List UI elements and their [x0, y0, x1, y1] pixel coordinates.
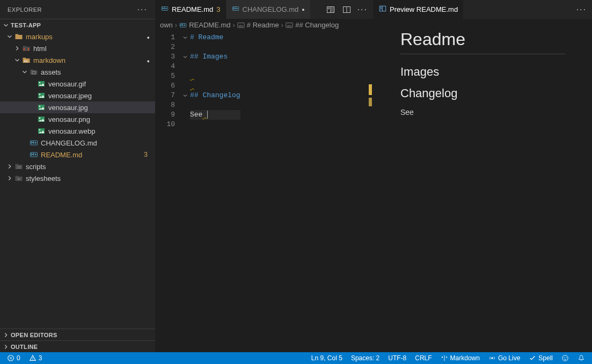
- tree-item[interactable]: JSscripts: [0, 161, 155, 172]
- chevron-down-icon: [20, 68, 29, 76]
- status-errors[interactable]: 0: [4, 354, 23, 362]
- fold-toggle[interactable]: [180, 33, 190, 42]
- svg-rect-20: [331, 7, 334, 12]
- tree-item-label: assets: [41, 68, 150, 76]
- preview-icon: [379, 5, 386, 14]
- fold-toggle[interactable]: [180, 62, 190, 71]
- open-preview-side-icon[interactable]: [325, 4, 336, 15]
- fold-toggle[interactable]: [180, 91, 190, 100]
- explorer-title: EXPLORER: [8, 6, 42, 13]
- svg-text:abc: abc: [287, 24, 292, 27]
- status-golive[interactable]: Go Live: [486, 354, 523, 362]
- fold-toggle[interactable]: [180, 52, 190, 62]
- tree-item-label: venosaur.webp: [48, 127, 150, 135]
- svg-text:#: #: [18, 177, 20, 181]
- file-tree: markupshtmlM↓markdownassetsvenosaur.gifv…: [0, 31, 155, 329]
- chevron-right-icon: [5, 174, 14, 182]
- svg-point-40: [562, 355, 568, 361]
- breadcrumb[interactable]: own › README.md ›abc # Readme ›abc ## Ch…: [156, 19, 373, 31]
- fold-toggle[interactable]: [180, 110, 190, 120]
- svg-point-11: [39, 129, 40, 130]
- svg-point-21: [328, 8, 330, 9]
- code-editor[interactable]: 12345678910 # Readme## Images ## Changel…: [156, 31, 373, 352]
- modified-dot-icon: ●: [302, 7, 304, 12]
- tree-item[interactable]: assets: [0, 66, 155, 78]
- project-name: TEST-APP: [11, 22, 41, 28]
- tree-item[interactable]: venosaur.jpg: [0, 101, 155, 113]
- status-spell[interactable]: Spell: [526, 354, 556, 362]
- status-language[interactable]: Markdown: [438, 354, 483, 362]
- svg-point-3: [39, 82, 40, 83]
- status-encoding[interactable]: UTF-8: [385, 354, 409, 362]
- status-position[interactable]: Ln 9, Col 5: [309, 354, 345, 362]
- chevron-right-icon: [5, 163, 14, 170]
- svg-text:JS: JS: [17, 165, 21, 169]
- svg-point-41: [564, 357, 565, 358]
- explorer-more-icon[interactable]: ···: [137, 5, 148, 14]
- tree-item[interactable]: html: [0, 42, 155, 54]
- tree-item-label: markdown: [33, 56, 147, 64]
- abc-icon: abc: [237, 20, 245, 29]
- tree-item[interactable]: M↓markdown: [0, 54, 155, 66]
- open-editors-section[interactable]: OPEN EDITORS: [0, 329, 155, 340]
- tree-item[interactable]: venosaur.gif: [0, 78, 155, 90]
- markdown-preview[interactable]: Readme Images Changelog See: [374, 19, 592, 352]
- abc-icon: abc: [286, 20, 293, 29]
- tree-item-label: CHANGELOG.md: [41, 139, 150, 147]
- tree-item-label: stylesheets: [26, 174, 150, 183]
- minimap[interactable]: [366, 31, 373, 352]
- preview-more-icon[interactable]: ···: [576, 5, 587, 14]
- status-warnings[interactable]: 3: [26, 354, 45, 362]
- status-spaces[interactable]: Spaces: 2: [348, 354, 382, 362]
- editor-more-icon[interactable]: ···: [357, 5, 368, 14]
- outline-section[interactable]: OUTLINE: [0, 340, 155, 352]
- breadcrumb-item[interactable]: README.md: [189, 21, 230, 29]
- tree-item[interactable]: venosaur.jpeg: [0, 90, 155, 101]
- breadcrumb-item[interactable]: # Readme: [247, 21, 279, 29]
- img-icon: [36, 103, 46, 112]
- tree-item[interactable]: venosaur.webp: [0, 125, 155, 137]
- img-icon: [36, 79, 46, 88]
- tab-preview[interactable]: Preview README.md: [374, 0, 464, 19]
- chevron-right-icon: [13, 45, 21, 52]
- status-bell-icon[interactable]: [575, 354, 588, 362]
- project-section[interactable]: TEST-APP: [0, 19, 155, 31]
- svg-point-38: [32, 359, 33, 360]
- tree-item-label: venosaur.png: [48, 115, 150, 123]
- fold-toggle[interactable]: [180, 42, 190, 52]
- tab-readme-md[interactable]: README.md3: [156, 0, 226, 19]
- folder-md-icon: M↓: [21, 56, 31, 64]
- fold-toggle[interactable]: [180, 120, 190, 129]
- breadcrumb-item[interactable]: ## Changelog: [295, 21, 339, 29]
- svg-point-39: [491, 357, 493, 359]
- tab-changelog-md[interactable]: CHANGELOG.md●: [226, 0, 311, 19]
- tree-item-badge: 3: [144, 151, 150, 158]
- tree-item-label: venosaur.jpg: [48, 104, 150, 112]
- preview-paragraph: See: [400, 108, 565, 117]
- tab-bar-left: README.md3CHANGELOG.md● ···: [156, 0, 373, 19]
- md-icon: [29, 150, 39, 159]
- tree-item[interactable]: venosaur.png: [0, 113, 155, 125]
- modified-dot-icon: [147, 56, 150, 64]
- tree-item[interactable]: CHANGELOG.md: [0, 137, 155, 149]
- tree-item-label: scripts: [26, 163, 150, 171]
- md-icon: [179, 20, 187, 29]
- md-icon: [29, 139, 39, 147]
- preview-h1: Readme: [400, 30, 565, 54]
- split-editor-icon[interactable]: [341, 4, 352, 15]
- status-eol[interactable]: CRLF: [412, 354, 434, 362]
- fold-toggle[interactable]: [180, 100, 190, 110]
- tree-item[interactable]: markups: [0, 31, 155, 42]
- svg-point-42: [566, 357, 566, 358]
- breadcrumb-item[interactable]: own: [160, 21, 173, 29]
- tab-badge: 3: [216, 5, 220, 13]
- tree-item[interactable]: README.md3: [0, 149, 155, 161]
- status-feedback-icon[interactable]: [559, 354, 572, 362]
- fold-toggle[interactable]: [180, 71, 190, 81]
- modified-dot-icon: [147, 33, 150, 41]
- chevron-down-icon: [5, 33, 14, 40]
- folder-gold-icon: [14, 32, 24, 41]
- tree-item[interactable]: #stylesheets: [0, 172, 155, 184]
- fold-toggle[interactable]: [180, 81, 190, 91]
- svg-text:M↓: M↓: [24, 60, 28, 63]
